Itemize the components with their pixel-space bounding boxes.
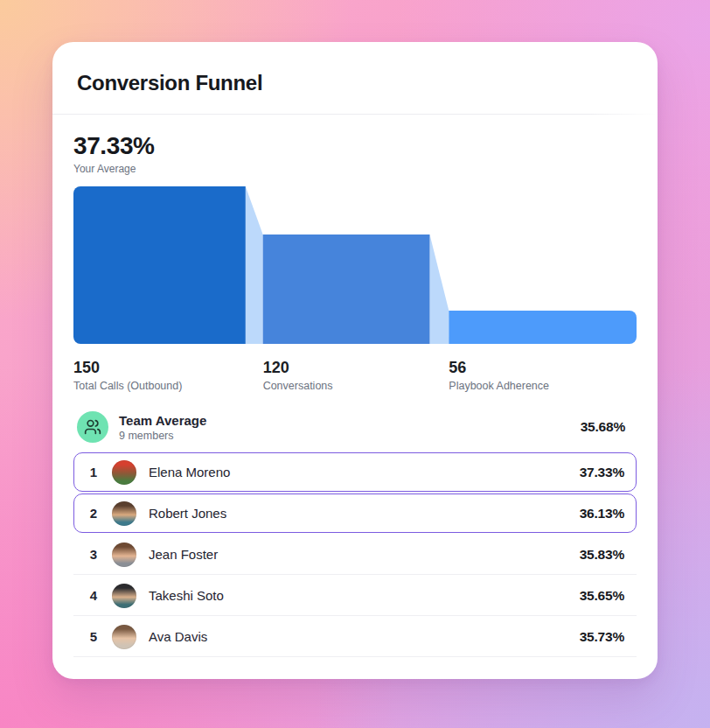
leaderboard-rows: 1 Elena Moreno 37.33% 2 Robert Jones 36.… [73,452,637,656]
funnel-svg [73,186,637,344]
avatar [112,584,136,608]
conversion-value: 35.73% [580,629,624,645]
person-name: Robert Jones [149,506,226,521]
stage-label: Total Calls (Outbound) [73,380,182,393]
conversion-value: 35.65% [580,588,624,604]
avatar [112,625,136,649]
leaderboard-row[interactable]: 3 Jean Foster 35.83% [73,535,637,574]
leaderboard-row[interactable]: 5 Ava Davis 35.73% [73,617,637,656]
funnel-stage-labels: 150 Total Calls (Outbound) 120 Conversat… [73,344,637,393]
team-average-value: 35.68% [581,419,625,435]
card-header: Conversion Funnel [52,42,658,115]
funnel-connector-2 [429,234,449,344]
funnel-bar-total-calls [73,186,246,344]
funnel-bar-playbook-adherence [449,311,637,344]
person-name: Ava Davis [149,629,207,644]
person-name: Takeshi Soto [149,588,224,603]
users-icon [77,411,108,443]
leaderboard-row[interactable]: 1 Elena Moreno 37.33% [73,452,637,492]
leaderboard: Team Average 9 members 35.68% 1 Elena Mo… [52,407,658,670]
person-name: Jean Foster [149,547,218,562]
team-average-subtitle: 9 members [119,430,206,443]
your-average-value: 37.33% [73,132,637,160]
person-name: Elena Moreno [149,465,230,480]
funnel-stage: 120 Conversations [263,358,333,393]
page-title: Conversion Funnel [77,70,633,95]
funnel-chart: 150 Total Calls (Outbound) 120 Conversat… [73,186,637,393]
stage-value: 56 [449,358,549,377]
avatar [112,542,136,567]
rank-number: 5 [84,629,103,644]
avatar [112,501,136,526]
your-average-label: Your Average [73,163,637,176]
rank-number: 3 [84,547,103,562]
team-average-row: Team Average 9 members 35.68% [73,407,637,451]
stage-label: Conversations [263,380,333,393]
funnel-stage: 56 Playbook Adherence [449,358,549,393]
leaderboard-row[interactable]: 2 Robert Jones 36.13% [73,494,637,533]
conversion-value: 37.33% [580,465,624,480]
conversion-funnel-card: Conversion Funnel 37.33% Your Average 15… [52,42,658,679]
stage-label: Playbook Adherence [449,380,549,393]
rank-number: 2 [84,506,103,521]
funnel-stage: 150 Total Calls (Outbound) [73,358,182,393]
rank-number: 1 [84,465,103,480]
stage-value: 120 [263,358,333,377]
team-average-title: Team Average [119,412,206,429]
leaderboard-row[interactable]: 4 Takeshi Soto 35.65% [73,576,637,615]
conversion-value: 36.13% [580,506,624,522]
rank-number: 4 [84,588,103,603]
funnel-connector-1 [246,186,263,344]
avatar [112,460,136,485]
stage-value: 150 [73,358,182,377]
funnel-chart-section: 37.33% Your Average 150 Total Calls (Out… [52,115,658,393]
funnel-bar-conversations [263,234,430,344]
conversion-value: 35.83% [580,547,624,563]
